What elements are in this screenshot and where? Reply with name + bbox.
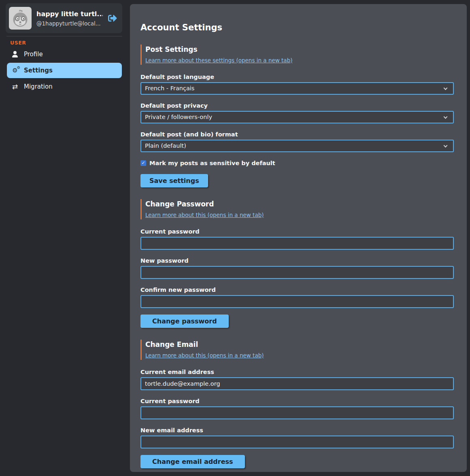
default-post-privacy-select[interactable]: Private / followers-only: [140, 111, 454, 123]
new-password-label: New password: [140, 257, 454, 264]
account-settings-panel: Account Settings Post Settings Learn mor…: [130, 4, 467, 472]
default-post-language-label: Default post language: [140, 74, 454, 80]
sidebar-nav: Profile ⚙⚙ Settings ⇄ Migration: [0, 47, 129, 94]
user-icon: [11, 51, 19, 57]
chevron-down-icon: [444, 144, 448, 148]
change-email-learn-more-link[interactable]: Learn more about this (opens in a new ta…: [145, 352, 264, 359]
sidebar: happy little turtl... @1happyturtle@loca…: [0, 0, 129, 476]
current-email-input[interactable]: [140, 377, 454, 390]
change-email-header: Change Email Learn more about this (open…: [140, 340, 454, 360]
email-current-password-label: Current password: [140, 398, 454, 404]
transfer-arrows-icon: ⇄: [11, 83, 19, 90]
email-current-password-input[interactable]: [140, 406, 454, 419]
sidebar-item-label: Migration: [24, 83, 53, 90]
change-password-button[interactable]: Change password: [140, 314, 229, 328]
current-email-label: Current email address: [140, 369, 454, 375]
email-current-password-field: Current password: [140, 398, 454, 419]
change-email-section: Change Email Learn more about this (open…: [140, 340, 454, 468]
change-password-header: Change Password Learn more about this (o…: [140, 199, 454, 219]
new-email-label: New email address: [140, 427, 454, 434]
page-title: Account Settings: [140, 23, 454, 32]
confirm-new-password-field: Confirm new password: [140, 287, 454, 308]
sidebar-section-label-user: USER: [10, 40, 129, 46]
user-display-name: happy little turtl...: [36, 10, 103, 18]
new-password-input[interactable]: [140, 266, 454, 279]
current-password-input[interactable]: [140, 237, 454, 250]
new-password-field: New password: [140, 257, 454, 279]
confirm-new-password-label: Confirm new password: [140, 287, 454, 293]
chevron-down-icon: [444, 86, 448, 90]
current-email-field: Current email address: [140, 369, 454, 390]
change-password-heading: Change Password: [145, 200, 454, 208]
sidebar-item-settings[interactable]: ⚙⚙ Settings: [7, 63, 122, 78]
sidebar-item-profile[interactable]: Profile: [0, 47, 129, 62]
post-settings-heading: Post Settings: [145, 45, 454, 53]
save-settings-button[interactable]: Save settings: [140, 174, 208, 187]
default-post-privacy-label: Default post privacy: [140, 102, 454, 109]
default-post-format-field: Default post (and bio) format Plain (def…: [140, 131, 454, 152]
new-email-input[interactable]: [140, 436, 454, 448]
chevron-down-icon: [444, 115, 448, 119]
avatar: [9, 7, 32, 30]
post-settings-learn-more-link[interactable]: Learn more about these settings (opens i…: [145, 57, 292, 64]
selected-language-value: French - Français: [145, 85, 194, 91]
change-password-section: Change Password Learn more about this (o…: [140, 199, 454, 328]
change-email-button[interactable]: Change email address: [140, 455, 245, 468]
current-password-field: Current password: [140, 228, 454, 250]
post-settings-header: Post Settings Learn more about these set…: [140, 45, 454, 65]
selected-format-value: Plain (default): [145, 142, 186, 149]
post-settings-section: Post Settings Learn more about these set…: [140, 45, 454, 187]
sidebar-item-label: Profile: [24, 51, 43, 58]
default-post-privacy-field: Default post privacy Private / followers…: [140, 102, 454, 123]
user-card[interactable]: happy little turtl... @1happyturtle@loca…: [6, 3, 122, 33]
mark-sensitive-row: ✓ Mark my posts as sensitive by default: [140, 160, 454, 166]
user-info: happy little turtl... @1happyturtle@loca…: [36, 10, 103, 27]
change-email-heading: Change Email: [145, 340, 454, 348]
mark-sensitive-checkbox[interactable]: ✓: [140, 160, 146, 166]
default-post-language-select[interactable]: French - Français: [140, 82, 454, 95]
selected-privacy-value: Private / followers-only: [145, 114, 212, 120]
sign-out-button[interactable]: [108, 13, 117, 23]
sidebar-item-label: Settings: [24, 67, 53, 74]
user-handle: @1happyturtle@local...: [36, 20, 103, 27]
sloth-avatar-icon: [9, 7, 32, 30]
confirm-new-password-input[interactable]: [140, 295, 454, 308]
current-password-label: Current password: [140, 228, 454, 235]
sidebar-divider: [6, 36, 122, 36]
default-post-format-label: Default post (and bio) format: [140, 131, 454, 138]
new-email-field: New email address: [140, 427, 454, 448]
change-password-learn-more-link[interactable]: Learn more about this (opens in a new ta…: [145, 212, 264, 218]
sign-out-icon: [108, 14, 117, 23]
default-post-language-field: Default post language French - Français: [140, 74, 454, 95]
default-post-format-select[interactable]: Plain (default): [140, 140, 454, 152]
sidebar-item-migration[interactable]: ⇄ Migration: [0, 79, 129, 94]
mark-sensitive-label: Mark my posts as sensitive by default: [149, 160, 275, 166]
gears-icon: ⚙⚙: [11, 68, 19, 74]
